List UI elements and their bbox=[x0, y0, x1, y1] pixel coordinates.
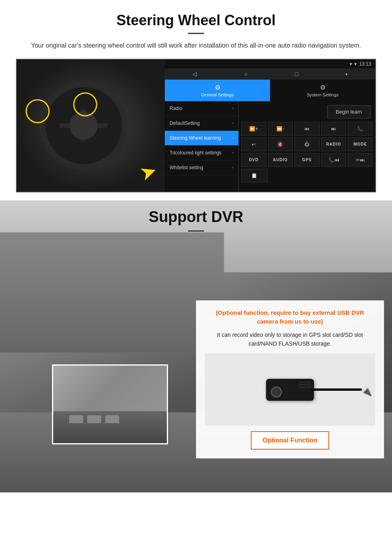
vent-3 bbox=[299, 387, 311, 388]
general-settings-icon: ⚙ bbox=[215, 84, 220, 91]
signal-icon: ▾ bbox=[350, 61, 352, 67]
vent-1 bbox=[299, 382, 311, 383]
menu-default-arrow: › bbox=[232, 121, 234, 125]
thumb-car-1 bbox=[69, 415, 83, 423]
menu-tricolour-label: Tricoloured light settings bbox=[170, 150, 222, 156]
ctrl-cut-next[interactable]: ✂⏭ bbox=[348, 153, 373, 167]
thumb-car-2 bbox=[87, 415, 101, 423]
dvr-buildings bbox=[0, 232, 224, 352]
ctrl-hangup[interactable]: ↩ bbox=[241, 138, 266, 151]
menu-radio-arrow: › bbox=[232, 106, 234, 110]
thumb-cars bbox=[69, 415, 119, 423]
nav-bar: ◁ ○ □ ▪ bbox=[165, 68, 375, 80]
ctrl-prev[interactable]: ⏮ bbox=[294, 122, 320, 136]
title-divider bbox=[188, 33, 204, 34]
dvr-optional-text: (Optional function, require to buy exter… bbox=[205, 308, 375, 326]
ctrl-radio[interactable]: RADIO bbox=[321, 138, 346, 151]
begin-learn-button[interactable]: Begin learn bbox=[327, 105, 370, 118]
menu-nav-icon[interactable]: ▪ bbox=[346, 71, 348, 77]
steering-wheel-image: ➤ bbox=[17, 60, 165, 192]
dvr-thumbnail bbox=[52, 364, 168, 444]
tab-general-settings[interactable]: ⚙ General Settings bbox=[165, 80, 270, 101]
menu-list: Radio › DefaultSetting › Steering Wheel … bbox=[165, 101, 239, 192]
recent-nav-icon[interactable]: □ bbox=[295, 71, 298, 77]
dvr-title-divider bbox=[188, 230, 204, 232]
menu-tricolour-arrow: › bbox=[232, 150, 234, 155]
control-grid-row4: 📋 bbox=[241, 169, 373, 182]
tab-general-label: General Settings bbox=[201, 92, 234, 97]
dvr-section: Support DVR (Optional function, require … bbox=[0, 200, 392, 492]
control-grid-row3: DVD AUDIO GPS 📞⏮ ✂⏭ bbox=[241, 153, 373, 167]
ctrl-gps[interactable]: GPS bbox=[294, 153, 320, 167]
wifi-icon: ▾ bbox=[354, 61, 357, 67]
control-grid-row2: ↩ 🔇 ⏻ RADIO MODE bbox=[241, 138, 373, 151]
menu-whitelist-arrow: › bbox=[232, 165, 234, 170]
dvr-title: Support DVR bbox=[0, 208, 392, 226]
ctrl-vol-up[interactable]: ⏪+ bbox=[241, 122, 266, 136]
android-mockup: ➤ ▾ ▾ 13:13 ◁ ○ □ ▪ ⚙ General Settin bbox=[16, 59, 376, 192]
thumb-car-3 bbox=[105, 415, 119, 423]
menu-item-tricolour[interactable]: Tricoloured light settings › bbox=[165, 146, 238, 160]
arrow-icon: ➤ bbox=[136, 158, 160, 186]
menu-item-steering[interactable]: Steering Wheel learning › bbox=[165, 131, 238, 146]
vent-2 bbox=[299, 384, 311, 385]
ctrl-clipboard[interactable]: 📋 bbox=[241, 169, 268, 182]
ctrl-mode[interactable]: MODE bbox=[348, 138, 373, 151]
steering-bg: ➤ bbox=[17, 60, 165, 192]
ctrl-vol-down[interactable]: ⏪- bbox=[268, 122, 293, 136]
highlight-circle-right bbox=[73, 92, 97, 116]
ctrl-next[interactable]: ⏭ bbox=[321, 122, 346, 136]
ctrl-audio[interactable]: AUDIO bbox=[268, 153, 293, 167]
tab-system-settings[interactable]: ⚙ System Settings bbox=[270, 80, 375, 101]
optional-function-button[interactable]: Optional Function bbox=[251, 431, 330, 450]
back-nav-icon[interactable]: ◁ bbox=[192, 71, 197, 77]
tab-system-label: System Settings bbox=[307, 92, 338, 97]
camera-body bbox=[266, 379, 314, 401]
menu-steering-arrow: › bbox=[232, 136, 234, 140]
camera-lens bbox=[271, 386, 282, 398]
ctrl-call[interactable]: 📞 bbox=[348, 122, 373, 136]
ctrl-mute[interactable]: 🔇 bbox=[268, 138, 293, 151]
ctrl-call-prev[interactable]: 📞⏮ bbox=[321, 153, 346, 167]
control-area: Begin learn ⏪+ ⏪- ⏮ ⏭ 📞 ↩ 🔇 ⏻ bbox=[239, 101, 375, 192]
dvr-description: It can record video only to storage in G… bbox=[205, 330, 375, 348]
status-bar: ▾ ▾ 13:13 bbox=[165, 60, 375, 68]
begin-learn-row: Begin learn bbox=[241, 104, 373, 120]
menu-item-whitelist[interactable]: Whitelist setting › bbox=[165, 160, 238, 175]
system-settings-icon: ⚙ bbox=[320, 84, 326, 91]
settings-body: Radio › DefaultSetting › Steering Wheel … bbox=[165, 101, 375, 192]
ctrl-power[interactable]: ⏻ bbox=[294, 138, 320, 151]
menu-item-default[interactable]: DefaultSetting › bbox=[165, 116, 238, 131]
camera-cable bbox=[310, 388, 362, 391]
dvr-info-card: (Optional function, require to buy exter… bbox=[196, 300, 384, 459]
menu-whitelist-label: Whitelist setting bbox=[170, 165, 203, 170]
ctrl-dvd[interactable]: DVD bbox=[241, 153, 266, 167]
control-grid-row1: ⏪+ ⏪- ⏮ ⏭ 📞 bbox=[241, 122, 373, 136]
home-nav-icon[interactable]: ○ bbox=[244, 71, 247, 77]
status-time: 13:13 bbox=[359, 61, 371, 67]
menu-steering-label: Steering Wheel learning bbox=[170, 135, 221, 141]
menu-default-label: DefaultSetting bbox=[170, 120, 200, 126]
menu-item-radio[interactable]: Radio › bbox=[165, 101, 238, 116]
dvr-background: Support DVR (Optional function, require … bbox=[0, 200, 392, 492]
steering-title: Steering Wheel Control bbox=[16, 12, 376, 29]
steering-subtitle: Your original car's steering wheel contr… bbox=[24, 40, 368, 51]
usb-icon: 🔌 bbox=[361, 386, 372, 397]
camera-assembly: 🔌 bbox=[266, 379, 314, 401]
optional-button-container: Optional Function bbox=[205, 431, 375, 450]
android-settings-panel: ▾ ▾ 13:13 ◁ ○ □ ▪ ⚙ General Settings ⚙ S… bbox=[165, 60, 375, 192]
camera-vents bbox=[299, 382, 311, 388]
highlight-circle-left bbox=[26, 99, 50, 123]
dvr-camera-image: 🔌 bbox=[205, 354, 375, 426]
steering-section: Steering Wheel Control Your original car… bbox=[0, 0, 392, 200]
menu-radio-label: Radio bbox=[170, 106, 182, 111]
tab-row: ⚙ General Settings ⚙ System Settings bbox=[165, 80, 375, 101]
